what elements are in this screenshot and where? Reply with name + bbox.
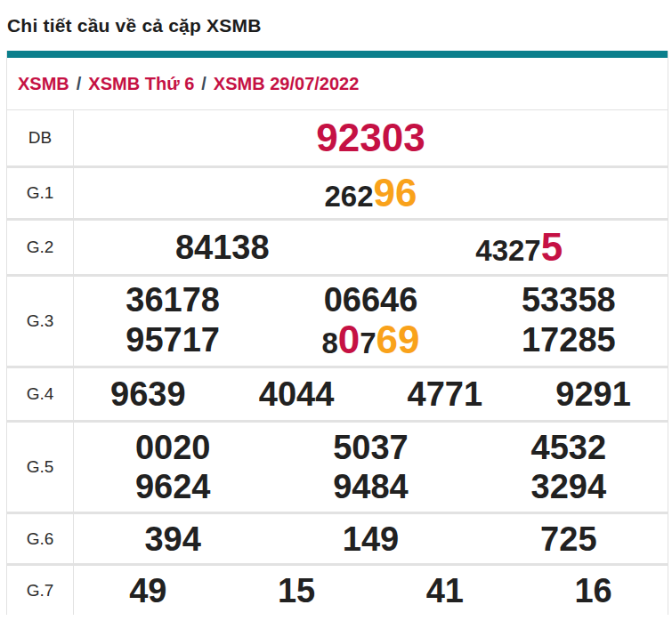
breadcrumb-link[interactable]: XSMB Thứ 6 <box>88 74 194 94</box>
digit-segment: 262 <box>324 180 373 213</box>
row-values: 9639404447719291 <box>74 368 668 420</box>
digit-segment: 16 <box>574 572 611 609</box>
prize-number: 92303 <box>74 118 668 157</box>
digit-segment: 725 <box>540 520 596 558</box>
prize-number: 4044 <box>223 377 371 411</box>
prize-number: 9624 <box>74 470 271 504</box>
digit-segment: 9484 <box>333 468 409 505</box>
row-values: 394149725 <box>74 514 668 563</box>
digit-segment: 4327 <box>475 234 540 267</box>
row-values: 8413843275 <box>74 221 668 274</box>
prize-number: 26296 <box>74 173 668 213</box>
prize-number: 36178 <box>74 283 271 317</box>
digit-segment: 5 <box>541 225 563 269</box>
prize-number: 53358 <box>470 283 668 317</box>
prize-number: 394 <box>74 522 271 556</box>
table-row: DB92303 <box>7 110 668 165</box>
prize-number: 16 <box>519 574 668 608</box>
prize-number: 06646 <box>271 283 469 317</box>
prize-number: 725 <box>470 522 668 556</box>
row-values: 002050374532962494843294 <box>74 423 668 512</box>
prize-number: 41 <box>371 574 520 608</box>
value-line: 962494843294 <box>74 470 668 504</box>
digit-segment: 84138 <box>175 229 270 266</box>
value-line: 957178076917285 <box>74 320 668 359</box>
value-line: 26296 <box>74 173 668 213</box>
breadcrumb-separator: / <box>77 74 82 94</box>
digit-segment: 0020 <box>135 429 211 466</box>
prize-number: 95717 <box>74 323 271 357</box>
row-values: 26296 <box>74 168 668 218</box>
prize-number: 3294 <box>470 470 668 504</box>
digit-segment: 9624 <box>135 468 211 505</box>
prize-number: 43275 <box>371 228 668 267</box>
prize-number: 4771 <box>371 377 520 411</box>
digit-segment: 4771 <box>408 375 483 413</box>
prize-number: 84138 <box>74 230 371 264</box>
value-line: 92303 <box>74 118 668 157</box>
table-row: G.6394149725 <box>7 512 668 563</box>
digit-segment: 92303 <box>316 116 425 159</box>
digit-segment: 9291 <box>555 375 631 413</box>
digit-segment: 06646 <box>324 281 418 318</box>
prize-number: 9639 <box>74 377 223 411</box>
prize-number: 9484 <box>271 470 469 504</box>
breadcrumb: XSMB/XSMB Thứ 6/XSMB 29/07/2022 <box>7 58 668 110</box>
row-label: G.7 <box>7 566 74 615</box>
digit-segment: 8 <box>321 327 337 359</box>
results-card: XSMB/XSMB Thứ 6/XSMB 29/07/2022 DB92303G… <box>6 51 668 615</box>
row-label: G.1 <box>7 168 74 218</box>
row-label: G.3 <box>7 277 74 366</box>
digit-segment: 69 <box>376 318 420 361</box>
digit-segment: 49 <box>129 572 166 609</box>
digit-segment: 0 <box>338 318 360 361</box>
table-row: G.749154116 <box>7 563 668 615</box>
digit-segment: 41 <box>426 572 464 609</box>
digit-segment: 9639 <box>110 375 186 413</box>
digit-segment: 96 <box>374 171 417 214</box>
row-values: 361780664653358957178076917285 <box>74 277 668 366</box>
prize-number: 149 <box>271 522 469 556</box>
digit-segment: 5037 <box>333 429 409 466</box>
prize-number: 0020 <box>74 431 271 464</box>
prize-number: 49 <box>74 574 223 608</box>
row-label: G.2 <box>7 221 74 274</box>
table-row: G.126296 <box>7 165 668 218</box>
row-values: 49154116 <box>74 566 668 615</box>
digit-segment: 149 <box>343 520 399 558</box>
results-table: DB92303G.126296G.28413843275G.3361780664… <box>7 110 668 615</box>
value-line: 394149725 <box>74 522 668 556</box>
digit-segment: 4044 <box>259 375 335 413</box>
table-row: G.49639404447719291 <box>7 366 668 420</box>
page-title: Chi tiết cầu về cả cặp XSMB <box>0 0 672 36</box>
accent-bar <box>7 51 668 58</box>
table-row: G.28413843275 <box>7 218 668 274</box>
digit-segment: 95717 <box>125 321 220 359</box>
table-row: G.3361780664653358957178076917285 <box>7 274 668 366</box>
prize-number: 9291 <box>519 377 668 411</box>
row-label: DB <box>7 110 74 165</box>
value-line: 49154116 <box>74 574 668 608</box>
prize-number: 5037 <box>271 431 469 464</box>
digit-segment: 15 <box>278 572 315 609</box>
table-row: G.5002050374532962494843294 <box>7 420 668 512</box>
digit-segment: 7 <box>360 327 376 359</box>
prize-number: 17285 <box>470 323 668 357</box>
breadcrumb-link[interactable]: XSMB 29/07/2022 <box>214 74 359 94</box>
row-values: 92303 <box>74 110 668 165</box>
value-line: 8413843275 <box>74 228 668 267</box>
value-line: 002050374532 <box>74 431 668 464</box>
prize-number: 80769 <box>271 320 469 359</box>
row-label: G.4 <box>7 368 74 420</box>
digit-segment: 394 <box>144 520 200 558</box>
digit-segment: 17285 <box>522 321 616 359</box>
digit-segment: 4532 <box>531 429 607 466</box>
value-line: 9639404447719291 <box>74 377 668 411</box>
digit-segment: 36178 <box>125 281 220 318</box>
prize-number: 15 <box>223 574 371 608</box>
digit-segment: 3294 <box>531 468 607 505</box>
breadcrumb-link[interactable]: XSMB <box>18 74 69 94</box>
row-label: G.5 <box>7 423 74 512</box>
prize-number: 4532 <box>470 431 668 464</box>
row-label: G.6 <box>7 514 74 563</box>
